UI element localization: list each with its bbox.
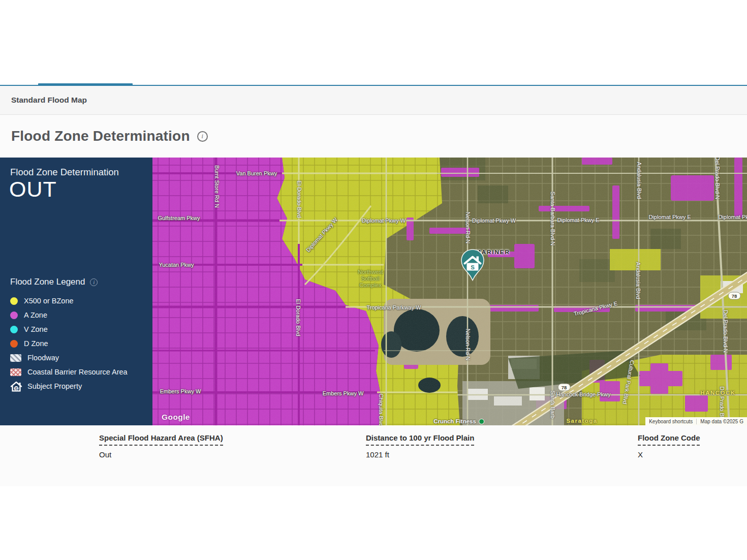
flood-map-canvas[interactable]: Van Buren PkwyGulfstream PkwyDiplomat Pk… xyxy=(152,158,747,425)
legend-swatch xyxy=(10,354,21,362)
title-band: Flood Zone Determination i xyxy=(0,115,747,158)
legend-item-label: Coastal Barrier Resource Area xyxy=(27,368,128,376)
flood-map-screen: Standard Flood Map Flood Zone Determinat… xyxy=(0,0,747,560)
legend-info-icon[interactable]: i xyxy=(90,278,98,286)
svg-text:S: S xyxy=(471,264,475,270)
stat-label: Special Flood Hazard Area (SFHA) xyxy=(99,433,223,446)
legend-item: X500 or BZone xyxy=(10,294,128,308)
subject-property-house-icon: S xyxy=(10,381,22,392)
legend-item: Floodway xyxy=(10,351,128,365)
svg-text:S: S xyxy=(15,386,18,391)
page-title: Flood Zone Determination xyxy=(11,128,190,144)
legend-item: A Zone xyxy=(10,308,128,322)
stat-label: Distance to 100 yr Flood Plain xyxy=(366,433,474,446)
satellite-map-art xyxy=(152,158,747,425)
map-data-attribution: Map data ©2025 G xyxy=(696,419,747,424)
route-shield: 78 xyxy=(728,292,741,300)
flood-zone-legend: X500 or BZone A Zone V Zone D Zone Flood… xyxy=(10,294,128,393)
legend-item-label: Floodway xyxy=(27,354,59,362)
subject-property-pin[interactable]: S xyxy=(461,249,484,284)
legend-item-label: V Zone xyxy=(24,325,48,333)
determination-heading: Flood Zone Determination xyxy=(10,167,119,178)
determination-panel: Flood Zone Determination OUT Flood Zone … xyxy=(0,158,152,425)
stat-block: Distance to 100 yr Flood Plain 1021 ft xyxy=(366,433,474,459)
stat-block: Flood Zone Code X xyxy=(638,433,700,459)
info-icon[interactable]: i xyxy=(197,131,208,142)
legend-swatch xyxy=(10,326,18,333)
legend-swatch xyxy=(10,312,18,319)
map-attribution-bar: Keyboard shortcuts Map data ©2025 G xyxy=(645,417,747,425)
section-header-bar: Standard Flood Map xyxy=(0,86,747,115)
legend-item: S Subject Property xyxy=(10,379,128,393)
stat-block: Special Flood Hazard Area (SFHA) Out xyxy=(99,433,223,459)
tab-standard-flood-map[interactable]: Standard Flood Map xyxy=(11,96,87,105)
legend-title: Flood Zone Legend xyxy=(10,277,85,287)
legend-swatch xyxy=(10,368,21,376)
flood-stats-section: Special Flood Hazard Area (SFHA) Out Dis… xyxy=(0,425,747,486)
stat-value: X xyxy=(638,450,700,459)
legend-item: Coastal Barrier Resource Area xyxy=(10,365,128,379)
legend-swatch xyxy=(10,297,18,305)
legend-item-label: D Zone xyxy=(24,339,48,348)
legend-item-label: A Zone xyxy=(24,311,47,319)
legend-swatch xyxy=(10,340,18,348)
stat-value: 1021 ft xyxy=(366,450,474,459)
stat-label: Flood Zone Code xyxy=(638,433,700,446)
legend-item: D Zone xyxy=(10,336,128,351)
legend-item-label: X500 or BZone xyxy=(24,297,74,305)
route-shield: 78 xyxy=(558,384,571,391)
stat-value: Out xyxy=(99,450,223,459)
legend-item: V Zone xyxy=(10,322,128,336)
keyboard-shortcuts-link[interactable]: Keyboard shortcuts xyxy=(645,419,696,424)
determination-value: OUT xyxy=(9,177,57,202)
legend-item-label: Subject Property xyxy=(27,382,82,390)
